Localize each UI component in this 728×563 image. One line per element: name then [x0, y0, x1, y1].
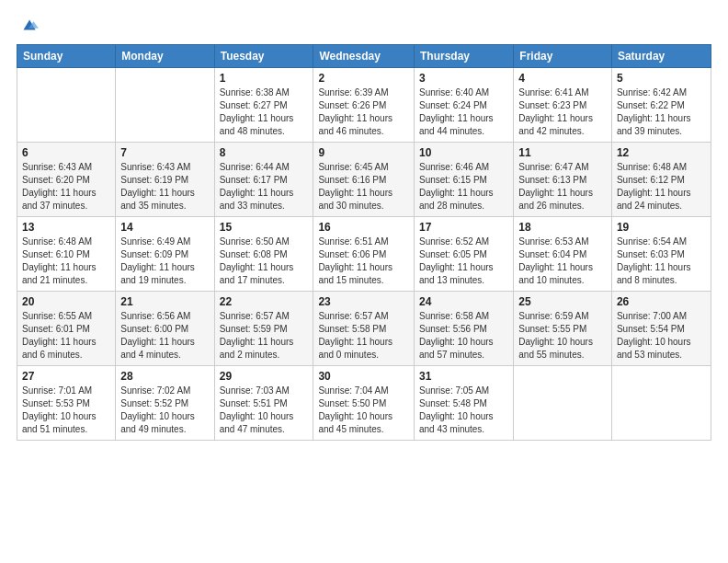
day-number: 23	[318, 295, 409, 308]
day-number: 9	[318, 146, 409, 159]
day-number: 25	[518, 295, 607, 308]
day-info: Sunrise: 6:43 AMSunset: 6:19 PMDaylight:…	[120, 161, 209, 213]
day-cell: 2Sunrise: 6:39 AMSunset: 6:26 PMDaylight…	[313, 68, 415, 143]
day-cell: 23Sunrise: 6:57 AMSunset: 5:58 PMDayligh…	[313, 292, 415, 366]
day-cell: 29Sunrise: 7:03 AMSunset: 5:51 PMDayligh…	[214, 366, 313, 441]
day-cell: 16Sunrise: 6:51 AMSunset: 6:06 PMDayligh…	[313, 217, 415, 292]
day-cell: 24Sunrise: 6:58 AMSunset: 5:56 PMDayligh…	[414, 292, 513, 366]
day-cell: 5Sunrise: 6:42 AMSunset: 6:22 PMDaylight…	[611, 68, 711, 143]
day-info: Sunrise: 7:03 AMSunset: 5:51 PMDaylight:…	[220, 385, 309, 436]
header	[17, 15, 711, 35]
header-row: SundayMondayTuesdayWednesdayThursdayFrid…	[17, 45, 711, 68]
day-number: 7	[120, 146, 209, 159]
day-number: 20	[22, 295, 110, 308]
day-info: Sunrise: 6:59 AMSunset: 5:55 PMDaylight:…	[518, 310, 607, 362]
week-row-4: 20Sunrise: 6:55 AMSunset: 6:01 PMDayligh…	[17, 292, 711, 366]
day-info: Sunrise: 7:01 AMSunset: 5:53 PMDaylight:…	[22, 385, 110, 436]
day-info: Sunrise: 7:00 AMSunset: 5:54 PMDaylight:…	[617, 310, 706, 362]
day-info: Sunrise: 6:55 AMSunset: 6:01 PMDaylight:…	[22, 310, 110, 362]
header-cell-thursday: Thursday	[414, 45, 513, 68]
day-cell: 30Sunrise: 7:04 AMSunset: 5:50 PMDayligh…	[313, 366, 415, 441]
day-number: 4	[518, 72, 607, 85]
day-cell: 7Sunrise: 6:43 AMSunset: 6:19 PMDaylight…	[116, 143, 214, 217]
day-number: 12	[617, 146, 706, 159]
day-cell: 3Sunrise: 6:40 AMSunset: 6:24 PMDaylight…	[414, 68, 513, 143]
day-cell: 10Sunrise: 6:46 AMSunset: 6:15 PMDayligh…	[414, 143, 513, 217]
day-number: 6	[22, 146, 110, 159]
day-cell	[514, 366, 612, 441]
day-number: 19	[617, 221, 706, 234]
day-cell: 26Sunrise: 7:00 AMSunset: 5:54 PMDayligh…	[611, 292, 711, 366]
day-number: 30	[318, 370, 409, 383]
day-cell: 19Sunrise: 6:54 AMSunset: 6:03 PMDayligh…	[611, 217, 711, 292]
day-info: Sunrise: 7:05 AMSunset: 5:48 PMDaylight:…	[419, 385, 508, 436]
header-cell-friday: Friday	[514, 45, 612, 68]
day-cell: 25Sunrise: 6:59 AMSunset: 5:55 PMDayligh…	[514, 292, 612, 366]
day-number: 28	[120, 370, 209, 383]
day-cell: 28Sunrise: 7:02 AMSunset: 5:52 PMDayligh…	[116, 366, 214, 441]
calendar-header: SundayMondayTuesdayWednesdayThursdayFrid…	[17, 45, 711, 68]
page: SundayMondayTuesdayWednesdayThursdayFrid…	[0, 0, 728, 563]
day-number: 29	[220, 370, 309, 383]
day-info: Sunrise: 6:46 AMSunset: 6:15 PMDaylight:…	[419, 161, 508, 213]
day-cell: 15Sunrise: 6:50 AMSunset: 6:08 PMDayligh…	[214, 217, 313, 292]
day-number: 24	[419, 295, 508, 308]
day-number: 16	[318, 221, 409, 234]
day-cell: 27Sunrise: 7:01 AMSunset: 5:53 PMDayligh…	[17, 366, 116, 441]
day-info: Sunrise: 6:42 AMSunset: 6:22 PMDaylight:…	[617, 86, 706, 138]
day-cell: 1Sunrise: 6:38 AMSunset: 6:27 PMDaylight…	[214, 68, 313, 143]
day-cell: 20Sunrise: 6:55 AMSunset: 6:01 PMDayligh…	[17, 292, 116, 366]
day-cell: 9Sunrise: 6:45 AMSunset: 6:16 PMDaylight…	[313, 143, 415, 217]
day-cell: 13Sunrise: 6:48 AMSunset: 6:10 PMDayligh…	[17, 217, 116, 292]
header-cell-sunday: Sunday	[17, 45, 116, 68]
day-number: 18	[518, 221, 607, 234]
day-cell: 11Sunrise: 6:47 AMSunset: 6:13 PMDayligh…	[514, 143, 612, 217]
day-cell: 17Sunrise: 6:52 AMSunset: 6:05 PMDayligh…	[414, 217, 513, 292]
day-number: 21	[120, 295, 209, 308]
day-info: Sunrise: 6:44 AMSunset: 6:17 PMDaylight:…	[220, 161, 309, 213]
day-number: 15	[220, 221, 309, 234]
day-info: Sunrise: 6:47 AMSunset: 6:13 PMDaylight:…	[518, 161, 607, 213]
day-info: Sunrise: 6:41 AMSunset: 6:23 PMDaylight:…	[518, 86, 607, 138]
week-row-5: 27Sunrise: 7:01 AMSunset: 5:53 PMDayligh…	[17, 366, 711, 441]
week-row-1: 1Sunrise: 6:38 AMSunset: 6:27 PMDaylight…	[17, 68, 711, 143]
logo-icon	[18, 15, 39, 35]
day-info: Sunrise: 7:04 AMSunset: 5:50 PMDaylight:…	[318, 385, 409, 436]
day-info: Sunrise: 6:52 AMSunset: 6:05 PMDaylight:…	[419, 236, 508, 287]
calendar-table: SundayMondayTuesdayWednesdayThursdayFrid…	[17, 44, 711, 441]
week-row-2: 6Sunrise: 6:43 AMSunset: 6:20 PMDaylight…	[17, 143, 711, 217]
day-cell: 6Sunrise: 6:43 AMSunset: 6:20 PMDaylight…	[17, 143, 116, 217]
day-number: 27	[22, 370, 110, 383]
day-info: Sunrise: 6:48 AMSunset: 6:12 PMDaylight:…	[617, 161, 706, 213]
day-info: Sunrise: 6:54 AMSunset: 6:03 PMDaylight:…	[617, 236, 706, 287]
day-info: Sunrise: 6:53 AMSunset: 6:04 PMDaylight:…	[518, 236, 607, 287]
day-number: 14	[120, 221, 209, 234]
day-number: 1	[220, 72, 309, 85]
day-info: Sunrise: 6:39 AMSunset: 6:26 PMDaylight:…	[318, 86, 409, 138]
day-info: Sunrise: 6:58 AMSunset: 5:56 PMDaylight:…	[419, 310, 508, 362]
header-cell-tuesday: Tuesday	[214, 45, 313, 68]
header-cell-saturday: Saturday	[611, 45, 711, 68]
day-number: 22	[220, 295, 309, 308]
day-info: Sunrise: 6:48 AMSunset: 6:10 PMDaylight:…	[22, 236, 110, 287]
day-info: Sunrise: 7:02 AMSunset: 5:52 PMDaylight:…	[120, 385, 209, 436]
day-number: 2	[318, 72, 409, 85]
day-number: 11	[518, 146, 607, 159]
day-info: Sunrise: 6:57 AMSunset: 5:58 PMDaylight:…	[318, 310, 409, 362]
day-cell: 18Sunrise: 6:53 AMSunset: 6:04 PMDayligh…	[514, 217, 612, 292]
day-info: Sunrise: 6:51 AMSunset: 6:06 PMDaylight:…	[318, 236, 409, 287]
week-row-3: 13Sunrise: 6:48 AMSunset: 6:10 PMDayligh…	[17, 217, 711, 292]
day-number: 5	[617, 72, 706, 85]
day-number: 26	[617, 295, 706, 308]
day-cell	[611, 366, 711, 441]
day-number: 3	[419, 72, 508, 85]
day-cell: 4Sunrise: 6:41 AMSunset: 6:23 PMDaylight…	[514, 68, 612, 143]
day-info: Sunrise: 6:40 AMSunset: 6:24 PMDaylight:…	[419, 86, 508, 138]
day-cell	[116, 68, 214, 143]
day-number: 8	[220, 146, 309, 159]
day-info: Sunrise: 6:38 AMSunset: 6:27 PMDaylight:…	[220, 86, 309, 138]
header-cell-monday: Monday	[116, 45, 214, 68]
day-cell: 31Sunrise: 7:05 AMSunset: 5:48 PMDayligh…	[414, 366, 513, 441]
logo	[17, 15, 39, 35]
day-info: Sunrise: 6:49 AMSunset: 6:09 PMDaylight:…	[120, 236, 209, 287]
